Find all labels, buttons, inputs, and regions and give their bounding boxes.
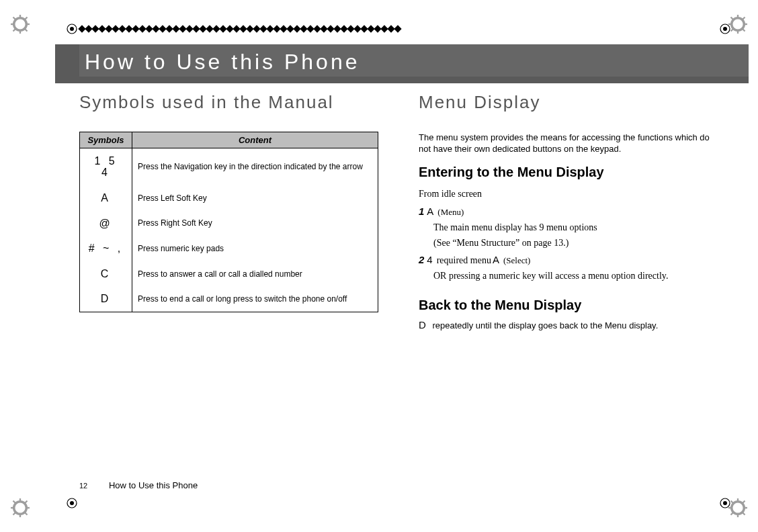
step-number: 1 [419, 206, 424, 217]
table-row: D Press to end a call or long press to s… [80, 286, 378, 312]
symbol-cell: 1 5 4 [80, 148, 132, 185]
table-row: 1 5 4 Press the Navigation key in the di… [80, 148, 378, 185]
step-2: 24required menuA(Select) OR pressing a n… [419, 251, 718, 284]
page-footer: 12 How to Use this Phone [79, 480, 198, 490]
section-heading-symbols: Symbols used in the Manual [79, 93, 378, 113]
step-body: (See “Menu Structure” on page 13.) [433, 236, 718, 251]
svg-line-25 [13, 513, 16, 515]
step-label: (Select) [503, 255, 530, 265]
symbol-cell: C [80, 261, 132, 287]
symbol-cell: @ [80, 211, 132, 236]
content-cell: Press the Navigation key in the directio… [132, 148, 378, 185]
svg-point-27 [732, 502, 745, 515]
subheading-entering: Entering to the Menu Display [419, 165, 718, 180]
content-cell: Press to end a call or long press to swi… [132, 286, 378, 312]
svg-point-0 [14, 18, 27, 31]
step-label: (Menu) [437, 207, 464, 217]
reg-mark-icon [719, 497, 731, 509]
content-cell: Press numeric key pads [132, 236, 378, 261]
back-paragraph: D repeatedly until the display goes back… [419, 318, 718, 332]
content-cell: Press to answer a call or call a dialled… [132, 261, 378, 287]
svg-line-16 [731, 29, 734, 32]
reg-mark-icon [66, 23, 78, 35]
table-row: A Press Left Soft Key [80, 185, 378, 211]
svg-line-8 [25, 17, 28, 20]
svg-line-17 [743, 17, 745, 20]
lead-text: From idle screen [419, 185, 718, 202]
symbol-cell: D [80, 286, 132, 312]
step-1: 1A(Menu) The main menu display has 9 men… [419, 202, 718, 251]
svg-line-35 [743, 501, 745, 504]
svg-line-15 [743, 29, 745, 32]
svg-point-43 [723, 501, 727, 505]
svg-line-33 [743, 513, 745, 515]
gear-icon-bl [11, 498, 30, 517]
svg-point-37 [70, 27, 74, 31]
section-heading-menu: Menu Display [419, 93, 718, 113]
left-column: Symbols used in the Manual Symbols Conte… [79, 93, 378, 341]
end-key-icon: D [419, 319, 426, 330]
gear-icon-tl [11, 15, 30, 34]
gear-icon-tr [728, 15, 747, 34]
step-body: The main menu display has 9 menu options [433, 220, 718, 235]
symbol-cell: A [80, 185, 132, 211]
step-number: 2 [419, 254, 424, 265]
steps-block: From idle screen 1A(Menu) The main menu … [419, 185, 718, 284]
gear-icon-br [728, 498, 747, 517]
svg-point-39 [723, 27, 727, 31]
svg-line-14 [731, 17, 734, 20]
page-number: 12 [79, 482, 87, 490]
nav-icon: 4 [427, 254, 432, 265]
svg-line-32 [731, 501, 734, 504]
table-header-content: Content [132, 132, 378, 148]
table-row: C Press to answer a call or call a diall… [80, 261, 378, 287]
svg-point-9 [732, 18, 745, 31]
svg-point-41 [70, 501, 74, 505]
symbol-cell: # ~ , [80, 236, 132, 261]
svg-line-5 [13, 17, 16, 20]
reg-mark-icon [66, 497, 78, 509]
symbols-table: Symbols Content 1 5 4 Press the Navigati… [79, 132, 378, 312]
back-text: repeatedly until the display goes back t… [432, 320, 658, 330]
step-body: OR pressing a numeric key will access a … [433, 269, 718, 283]
content-cell: Press Right Soft Key [132, 211, 378, 236]
svg-line-26 [25, 501, 28, 504]
chapter-title: How to Use this Phone [79, 44, 749, 77]
svg-line-23 [13, 501, 16, 504]
reg-mark-icon [719, 23, 731, 35]
svg-line-6 [25, 29, 28, 32]
svg-line-34 [731, 513, 734, 515]
content-cell: Press Left Soft Key [132, 185, 378, 211]
svg-point-18 [14, 502, 27, 515]
decorative-diamond-strip [79, 24, 380, 34]
table-header-symbols: Symbols [80, 132, 132, 148]
intro-paragraph: The menu system provides the means for a… [419, 132, 718, 155]
svg-line-24 [25, 513, 28, 515]
table-row: @ Press Right Soft Key [80, 211, 378, 236]
softkey-icon: A [493, 254, 499, 265]
softkey-icon: A [427, 206, 433, 217]
svg-line-7 [13, 29, 16, 32]
subheading-back: Back to the Menu Display [419, 298, 718, 313]
chapter-title-bar: How to Use this Phone [55, 44, 749, 83]
step-text: required menu [437, 255, 491, 265]
table-row: # ~ , Press numeric key pads [80, 236, 378, 261]
right-column: Menu Display The menu system provides th… [419, 93, 718, 341]
footer-title: How to Use this Phone [109, 480, 198, 490]
